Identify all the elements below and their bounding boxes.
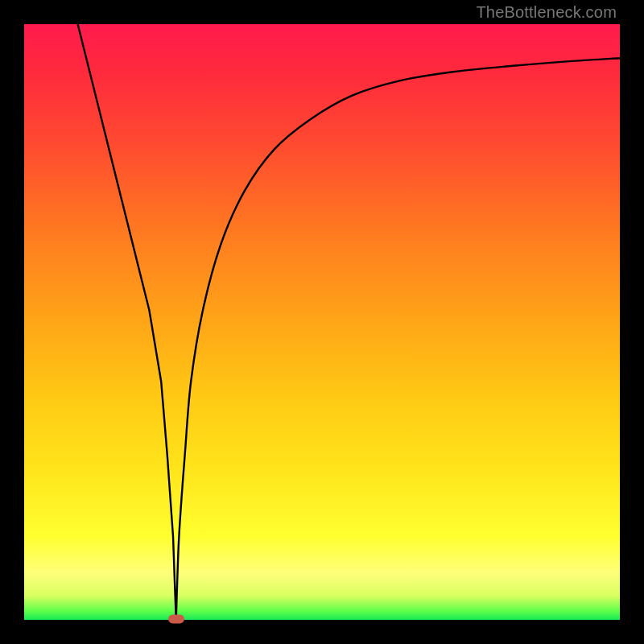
watermark-text: TheBottleneck.com [476,3,617,22]
plot-area [24,24,620,620]
bottleneck-curve-path [78,24,620,620]
curve-layer [24,24,620,620]
optimum-marker [168,614,184,623]
chart-frame: TheBottleneck.com [0,0,644,644]
